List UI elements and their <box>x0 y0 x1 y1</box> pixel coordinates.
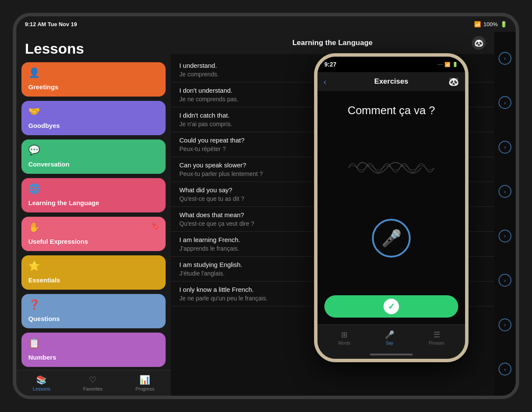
phone-time: 9:27 <box>324 61 336 68</box>
conversation-icon: 💬 <box>28 145 40 156</box>
home-bar <box>370 354 413 355</box>
sidebar-title: Lessons <box>16 32 171 62</box>
nav-chevron-2[interactable]: › <box>499 96 511 109</box>
waveform <box>348 155 434 181</box>
lesson-card-greetings[interactable]: 👤 Greetings <box>21 62 166 97</box>
phone-status-bar: 9:27 ···· 📶 🔋 <box>317 57 465 72</box>
lesson-card-numbers[interactable]: 📋 Numbers <box>21 333 166 367</box>
numbers-icon: 📋 <box>28 338 40 349</box>
phone-back-button[interactable]: ‹ <box>323 77 326 87</box>
phone-battery-icon: 🔋 <box>452 62 458 67</box>
lesson-label-goodbyes: Goodbyes <box>28 122 60 129</box>
lesson-list: 👤 Greetings 🤝 Goodbyes 💬 Conversation 🌐 … <box>16 62 171 370</box>
phone-overlay: 9:27 ···· 📶 🔋 ‹ Exercises 🐼 <box>314 53 469 362</box>
say-tab-label: Say <box>386 341 393 345</box>
lesson-card-useful[interactable]: ✋ Useful Expressions 🔖 <box>21 217 166 251</box>
phone-nav-avatar: 🐼 <box>448 76 459 87</box>
tab-progress[interactable]: 📊 Progress <box>136 375 154 391</box>
panel-avatar: 🐼 <box>472 36 486 50</box>
favorites-tab-label: Favorites <box>83 386 103 391</box>
phrases-tab-icon: ☰ <box>433 330 440 339</box>
questions-icon: ❓ <box>28 299 40 310</box>
tab-favorites[interactable]: ♡ Favorites <box>83 375 103 391</box>
lesson-card-goodbyes[interactable]: 🤝 Goodbyes <box>21 101 166 135</box>
phone-tab-say[interactable]: 🎤 Say <box>385 330 394 345</box>
nav-chevron-7[interactable]: › <box>499 318 511 331</box>
greetings-icon: 👤 <box>28 67 40 79</box>
phone-home-indicator <box>317 350 465 359</box>
essentials-icon: ⭐ <box>28 261 40 272</box>
progress-tab-icon: 📊 <box>139 375 150 385</box>
tablet-status-bar: 9:12 AM Tue Nov 19 📶 100% 🔋 <box>16 16 516 32</box>
lesson-label-numbers: Numbers <box>28 354 56 361</box>
status-right: 📶 100% 🔋 <box>474 21 507 27</box>
tablet-content: Lessons 👤 Greetings 🤝 Goodbyes 💬 Convers… <box>16 32 516 396</box>
right-nav-column: › › › › › › › › <box>494 32 516 396</box>
nav-chevron-3[interactable]: › <box>499 141 511 154</box>
progress-tab-label: Progress <box>136 386 154 391</box>
lesson-label-learning: Learning the Language <box>28 199 99 206</box>
waveform-svg <box>348 155 434 181</box>
sidebar: Lessons 👤 Greetings 🤝 Goodbyes 💬 Convers… <box>16 32 171 396</box>
phone-nav: ‹ Exercises 🐼 <box>317 72 465 91</box>
phone-wifi-icon: 📶 <box>444 62 450 67</box>
words-tab-icon: ⊞ <box>341 330 348 339</box>
favorites-tab-icon: ♡ <box>89 375 97 385</box>
lesson-card-essentials[interactable]: ⭐ Essentials <box>21 255 166 290</box>
phrases-tab-label: Phrases <box>429 341 444 345</box>
main-panel: Learning the Language 🐼 I understand. Je… <box>171 32 494 396</box>
useful-icon: ✋ <box>28 222 40 233</box>
nav-chevron-5[interactable]: › <box>499 230 511 242</box>
nav-chevron-6[interactable]: › <box>499 274 511 287</box>
lessons-tab-icon: 📚 <box>36 375 47 385</box>
lesson-label-useful: Useful Expressions <box>28 238 88 245</box>
nav-chevron-1[interactable]: › <box>499 52 511 65</box>
bottom-tab-bar: 📚 Lessons ♡ Favorites 📊 Progress <box>16 370 171 396</box>
lesson-label-greetings: Greetings <box>28 83 58 91</box>
bookmark-icon: 🔖 <box>151 222 160 230</box>
panel-header: Learning the Language 🐼 <box>171 32 494 54</box>
wifi-icon: 📶 <box>474 21 481 27</box>
success-bar[interactable]: ✓ <box>324 295 458 318</box>
battery-status: 100% <box>484 21 498 27</box>
phone-status-icons: ···· 📶 🔋 <box>438 62 458 67</box>
phone-tab-bar: ⊞ Words 🎤 Say ☰ Phrases <box>317 324 465 350</box>
lesson-label-essentials: Essentials <box>28 276 60 284</box>
lessons-tab-label: Lessons <box>33 386 50 391</box>
lesson-card-learning[interactable]: 🌐 Learning the Language <box>21 178 166 212</box>
say-tab-icon: 🎤 <box>385 330 394 339</box>
phone-tab-phrases[interactable]: ☰ Phrases <box>429 330 444 345</box>
phone-question: Comment ça va ? <box>348 104 435 117</box>
status-time: 9:12 AM Tue Nov 19 <box>25 21 77 27</box>
mic-button[interactable]: 🎤 <box>372 219 411 258</box>
phone-signal-icon: ···· <box>438 62 443 67</box>
phone-notch <box>366 57 417 69</box>
tab-lessons[interactable]: 📚 Lessons <box>33 375 50 391</box>
words-tab-label: Words <box>338 341 351 345</box>
tablet-frame: 9:12 AM Tue Nov 19 📶 100% 🔋 Lessons 👤 Gr… <box>13 13 519 399</box>
phone-frame: 9:27 ···· 📶 🔋 ‹ Exercises 🐼 <box>314 53 469 362</box>
phone-nav-title: Exercises <box>374 77 408 86</box>
panel-title: Learning the Language <box>292 39 372 47</box>
nav-chevron-8[interactable]: › <box>499 363 511 376</box>
mic-icon: 🎤 <box>381 229 402 248</box>
phone-content: Comment ça va ? 🎤 <box>317 91 465 324</box>
lesson-card-conversation[interactable]: 💬 Conversation <box>21 139 166 174</box>
phone-tab-words[interactable]: ⊞ Words <box>338 330 351 345</box>
lesson-label-conversation: Conversation <box>28 161 70 168</box>
battery-icon: 🔋 <box>500 21 507 27</box>
lesson-card-questions[interactable]: ❓ Questions <box>21 294 166 328</box>
learning-icon: 🌐 <box>28 183 40 194</box>
success-check-icon: ✓ <box>384 299 399 314</box>
lesson-label-questions: Questions <box>28 315 60 322</box>
nav-chevron-4[interactable]: › <box>499 185 511 198</box>
goodbyes-icon: 🤝 <box>28 106 40 117</box>
